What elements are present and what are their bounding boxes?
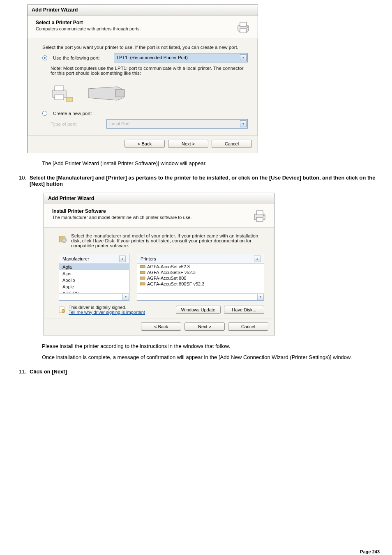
list-item[interactable]: AGFA-AccuSetSF v52.3 xyxy=(137,269,264,275)
dialog-title: Add Printer Wizard xyxy=(28,5,258,16)
port-note: Note: Most computers use the LPT1: port … xyxy=(51,66,244,76)
header-title: Install Printer Software xyxy=(52,208,252,214)
svg-point-13 xyxy=(263,215,265,216)
port-combo-value: LPT1: (Recommended Printer Port) xyxy=(117,55,188,60)
manufacturer-header: Manufacturer ▴ xyxy=(59,254,129,264)
cancel-button[interactable]: Cancel xyxy=(212,140,252,148)
connector-icon xyxy=(84,81,129,105)
list-item[interactable]: Alps xyxy=(59,270,129,277)
list-item[interactable]: AGFA-AccuSet 800 xyxy=(137,275,264,281)
type-of-port-combo: Local Port ▾ xyxy=(106,119,248,129)
printer-icon xyxy=(252,208,267,224)
lists-row: Manufacturer ▴ Agfa Alps Apollo Apple AP… xyxy=(59,254,264,301)
signed-text: This driver is digitally signed. xyxy=(69,305,173,310)
next-button[interactable]: Next > xyxy=(168,140,208,148)
use-port-label: Use the following port: xyxy=(53,55,110,60)
back-button[interactable]: < Back xyxy=(141,322,181,331)
list-item[interactable]: Apple xyxy=(59,283,129,290)
printer-item-label: AGFA-AccuSet v52.3 xyxy=(147,264,190,269)
printer-small-icon xyxy=(140,270,145,275)
header-subtitle: Computers communicate with printers thro… xyxy=(36,26,235,31)
svg-point-16 xyxy=(63,240,65,241)
printer-item-label: AGFA-AccuSet 800 xyxy=(147,276,186,281)
svg-rect-12 xyxy=(256,217,263,221)
printer-small-icon xyxy=(140,276,145,281)
printers-header-label: Printers xyxy=(141,256,156,261)
windows-update-button[interactable]: Windows Update xyxy=(176,306,221,314)
dialog-header: Install Printer Software The manufacture… xyxy=(44,204,274,228)
svg-point-22 xyxy=(62,309,65,313)
svg-rect-5 xyxy=(55,86,64,91)
type-of-port-label: Type of port: xyxy=(51,122,102,127)
svg-rect-6 xyxy=(55,95,64,100)
printer-small-icon xyxy=(140,264,145,269)
next-button[interactable]: Next > xyxy=(184,322,225,331)
printers-header: Printers ▴ xyxy=(137,254,264,264)
dialog-button-row: < Back Next > Cancel xyxy=(44,318,274,336)
header-subtitle: The manufacturer and model determine whi… xyxy=(52,215,252,220)
signing-info-link[interactable]: Tell me why driver signing is important xyxy=(69,310,173,315)
step-text: Select the [Manufacturer] and [Printer] … xyxy=(30,175,380,187)
intro-text: Select the manufacturer and model of you… xyxy=(71,233,264,248)
radio-use-following-port[interactable] xyxy=(42,55,47,60)
manufacturer-items: Agfa Alps Apollo Apple APS-PS xyxy=(59,264,129,293)
post-dialog1-text: The [Add Printer Wizard (Install Printer… xyxy=(42,160,375,167)
dialog-button-row: < Back Next > Cancel xyxy=(28,135,258,153)
post-dialog2-text-a: Please install the printer according to … xyxy=(42,343,375,350)
printers-listbox[interactable]: Printers ▴ AGFA-AccuSet v52.3 AGFA-AccuS… xyxy=(137,254,264,301)
port-combo[interactable]: LPT1: (Recommended Printer Port) ▾ xyxy=(114,53,248,62)
svg-rect-18 xyxy=(140,271,145,274)
dialog-header: Select a Printer Port Computers communic… xyxy=(28,16,258,39)
manufacturer-listbox[interactable]: Manufacturer ▴ Agfa Alps Apollo Apple AP… xyxy=(59,254,129,301)
svg-rect-20 xyxy=(140,283,145,285)
printer-item-label: AGFA-AccuSetSF v52.3 xyxy=(147,270,196,275)
chevron-down-icon[interactable]: ▾ xyxy=(240,54,247,61)
step-10: 10. Select the [Manufacturer] and [Print… xyxy=(12,175,380,187)
svg-rect-9 xyxy=(115,90,125,97)
add-printer-wizard-software-dialog: Add Printer Wizard Install Printer Softw… xyxy=(44,193,274,336)
step-number: 11. xyxy=(12,368,30,375)
printer-items: AGFA-AccuSet v52.3 AGFA-AccuSetSF v52.3 … xyxy=(137,264,264,293)
have-disk-button[interactable]: Have Disk... xyxy=(224,306,264,314)
scroll-down-icon[interactable]: ▾ xyxy=(122,294,129,300)
step-11: 11. Click on [Next] xyxy=(12,368,380,375)
printer-item-label: AGFA-AccuSet 800SF v52.3 xyxy=(147,281,204,286)
scroll-down-icon[interactable]: ▾ xyxy=(257,294,264,300)
add-printer-wizard-port-dialog: Add Printer Wizard Select a Printer Port… xyxy=(27,4,258,153)
back-button[interactable]: < Back xyxy=(125,140,165,148)
printer-small-icon xyxy=(50,83,74,103)
list-item[interactable]: APS-PS xyxy=(59,290,129,293)
type-of-port-value: Local Port xyxy=(109,121,130,126)
svg-rect-19 xyxy=(140,277,145,279)
list-item[interactable]: AGFA-AccuSet 800SF v52.3 xyxy=(137,281,264,287)
intro-text: Select the port you want your printer to… xyxy=(42,45,244,50)
page-footer: Page 243 xyxy=(360,549,380,554)
step-number: 10. xyxy=(12,175,30,187)
manufacturer-header-label: Manufacturer xyxy=(62,256,89,261)
certificate-icon xyxy=(59,306,65,313)
svg-point-3 xyxy=(247,27,248,28)
list-item[interactable]: Apollo xyxy=(59,277,129,283)
scroll-up-icon[interactable]: ▴ xyxy=(119,256,126,262)
svg-rect-17 xyxy=(140,265,145,268)
step-text: Click on [Next] xyxy=(30,368,380,375)
printer-small-icon xyxy=(140,281,145,286)
cancel-button[interactable]: Cancel xyxy=(228,322,268,331)
post-dialog2-text-b: Once installation is complete, a message… xyxy=(42,354,375,361)
svg-rect-1 xyxy=(240,22,247,26)
svg-rect-2 xyxy=(240,29,247,33)
create-port-label: Create a new port: xyxy=(53,111,92,116)
list-item[interactable]: Agfa xyxy=(59,264,129,270)
port-illustration xyxy=(50,81,248,105)
svg-rect-7 xyxy=(66,97,73,101)
driver-signed-row: This driver is digitally signed. Tell me… xyxy=(59,305,264,315)
radio-create-new-port[interactable] xyxy=(42,111,47,116)
scroll-up-icon[interactable]: ▴ xyxy=(254,256,261,262)
printer-icon xyxy=(235,20,251,35)
chevron-down-icon: ▾ xyxy=(240,120,247,127)
disk-icon xyxy=(59,233,67,245)
svg-rect-11 xyxy=(256,211,263,215)
header-title: Select a Printer Port xyxy=(36,20,235,25)
list-item[interactable]: AGFA-AccuSet v52.3 xyxy=(137,264,264,269)
document-page: Add Printer Wizard Select a Printer Port… xyxy=(0,4,392,555)
